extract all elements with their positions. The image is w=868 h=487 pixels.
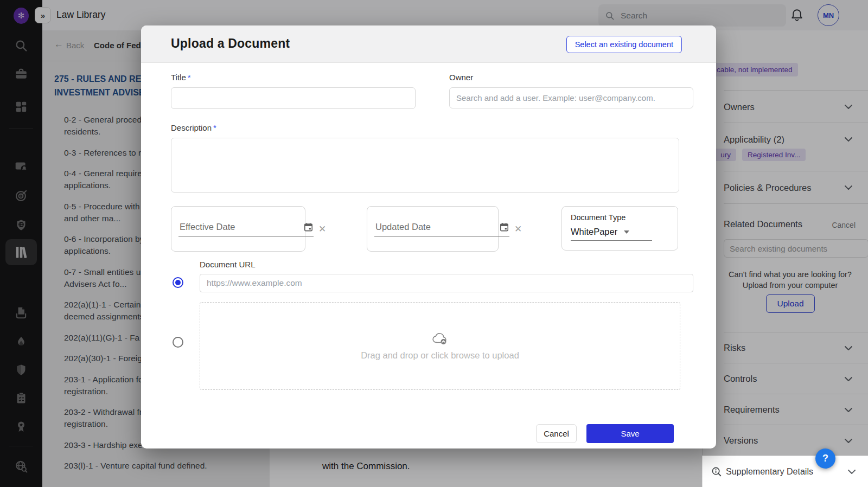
select-existing-document-button[interactable]: Select an existing document [566,36,682,53]
file-dropzone[interactable]: Drag and drop or click browse to upload [200,302,680,390]
save-button[interactable]: Save [586,424,674,443]
clear-updated-date-button[interactable]: ✕ [514,225,522,234]
modal-header: Upload a Document Select an existing doc… [141,25,716,63]
effective-date-card: ✕ [171,206,305,252]
required-marker: * [188,73,191,82]
owner-field[interactable] [449,87,693,108]
calendar-icon[interactable] [499,222,509,232]
updated-date-field[interactable] [374,221,509,237]
document-type-card: Document Type WhitePaper [561,206,678,251]
owner-label: Owner [449,73,473,82]
dropzone-text: Drag and drop or click browse to upload [361,350,519,361]
effective-date-input[interactable] [178,221,300,233]
file-upload-radio[interactable] [173,337,183,348]
question-mark-icon: ? [822,453,828,464]
upload-document-modal: Upload a Document Select an existing doc… [141,25,716,448]
required-marker: * [213,123,216,132]
title-label: Title* [171,73,191,82]
clear-effective-date-button[interactable]: ✕ [318,225,326,234]
updated-date-card: ✕ [367,206,499,252]
description-label: Description* [171,123,216,132]
description-field[interactable] [171,138,679,193]
calendar-icon[interactable] [303,222,314,232]
effective-date-field[interactable] [178,221,314,237]
document-url-label: Document URL [200,260,256,269]
dropdown-caret-icon [624,230,629,234]
modal-title: Upload a Document [171,36,290,51]
document-type-value: WhitePaper [571,227,617,237]
updated-date-input[interactable] [374,221,496,233]
help-button[interactable]: ? [815,448,835,469]
cancel-button[interactable]: Cancel [536,424,577,443]
document-type-select[interactable]: WhitePaper [571,222,652,241]
title-field[interactable] [171,87,416,109]
supplementary-details-row[interactable]: Supplementary Details [702,456,868,487]
chevron-down-icon [848,470,856,474]
supplementary-details-icon [711,466,722,477]
document-url-input[interactable] [200,274,693,292]
document-type-label: Document Type [571,213,669,222]
document-url-radio[interactable] [173,277,183,288]
cloud-upload-icon [432,332,448,345]
